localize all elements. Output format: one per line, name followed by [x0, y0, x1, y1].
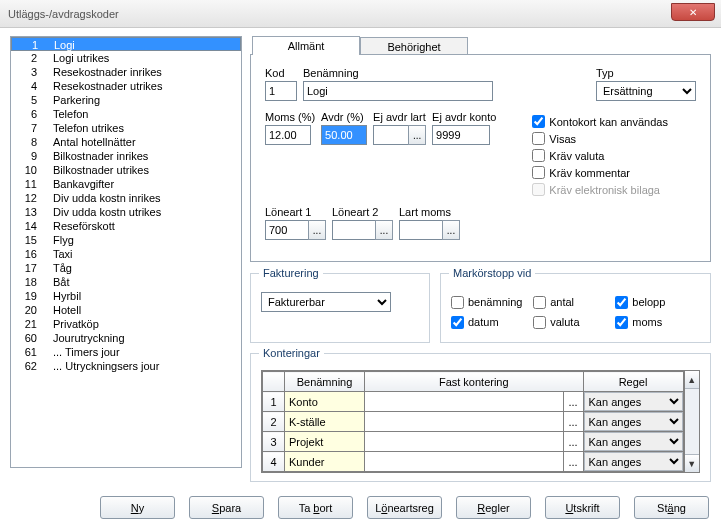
list-item-label: Jourutryckning — [53, 331, 125, 345]
row-reg[interactable]: Kan anges — [583, 392, 683, 412]
list-item-num: 11 — [15, 177, 53, 191]
ny-button[interactable]: Ny — [100, 496, 175, 519]
fakturering-select[interactable]: Fakturerbar — [261, 292, 391, 312]
utskrift-button[interactable]: Utskrift — [545, 496, 620, 519]
list-item[interactable]: 8Antal hotellnätter — [11, 135, 241, 149]
table-scrollbar[interactable]: ▲ ▼ — [684, 371, 699, 472]
list-item[interactable]: 6Telefon — [11, 107, 241, 121]
check-visas[interactable]: Visas — [532, 130, 668, 147]
konteringar-group: Konteringar Benämning Fast kontering Reg… — [250, 353, 711, 482]
list-item[interactable]: 11Bankavgifter — [11, 177, 241, 191]
col-ben: Benämning — [285, 372, 365, 392]
check-kontokort[interactable]: Kontokort kan användas — [532, 113, 668, 130]
row-reg[interactable]: Kan anges — [583, 432, 683, 452]
spara-button[interactable]: Spara — [189, 496, 264, 519]
table-row[interactable]: 1Konto...Kan anges — [263, 392, 684, 412]
list-item[interactable]: 5Parkering — [11, 93, 241, 107]
list-item-label: Resekostnader utrikes — [53, 79, 162, 93]
markor-benamning[interactable]: benämning — [451, 292, 533, 312]
list-item[interactable]: 60Jourutryckning — [11, 331, 241, 345]
row-fast-lookup[interactable]: ... — [563, 432, 583, 452]
row-reg[interactable]: Kan anges — [583, 452, 683, 472]
list-item[interactable]: 3Resekostnader inrikes — [11, 65, 241, 79]
list-item-num: 18 — [15, 275, 53, 289]
row-fast-lookup[interactable]: ... — [563, 412, 583, 432]
list-item[interactable]: 61... Timers jour — [11, 345, 241, 359]
lm-input[interactable] — [399, 220, 443, 240]
list-item-label: Båt — [53, 275, 70, 289]
list-item[interactable]: 9Bilkostnader inrikes — [11, 149, 241, 163]
row-num: 3 — [263, 432, 285, 452]
konteringar-table: Benämning Fast kontering Regel 1Konto...… — [261, 370, 700, 473]
list-item-label: Bankavgifter — [53, 177, 114, 191]
table-row[interactable]: 4Kunder...Kan anges — [263, 452, 684, 472]
tabort-button[interactable]: Ta bort — [278, 496, 353, 519]
list-item[interactable]: 17Tåg — [11, 261, 241, 275]
row-fast[interactable] — [365, 392, 564, 412]
list-item[interactable]: 14Reseförskott — [11, 219, 241, 233]
typ-select[interactable]: Ersättning — [596, 81, 696, 101]
list-item-label: Telefon utrikes — [53, 121, 124, 135]
ejavk-input[interactable] — [432, 125, 490, 145]
list-item[interactable]: 16Taxi — [11, 247, 241, 261]
l2-input[interactable] — [332, 220, 376, 240]
table-row[interactable]: 2K-ställe...Kan anges — [263, 412, 684, 432]
loneartsreg-button[interactable]: Löneartsreg — [367, 496, 442, 519]
titlebar: Utläggs-/avdragskoder ✕ — [0, 0, 721, 28]
row-num: 2 — [263, 412, 285, 432]
lm-label: Lart moms — [399, 206, 460, 218]
stang-button[interactable]: Stäng — [634, 496, 709, 519]
list-item[interactable]: 15Flyg — [11, 233, 241, 247]
ejavl-lookup-button[interactable]: ... — [408, 125, 426, 145]
list-item-num: 19 — [15, 289, 53, 303]
list-item[interactable]: 20Hotell — [11, 303, 241, 317]
regler-button[interactable]: Regler — [456, 496, 531, 519]
l1-input[interactable] — [265, 220, 309, 240]
list-item[interactable]: 10Bilkostnader utrikes — [11, 163, 241, 177]
markor-belopp[interactable]: belopp — [615, 292, 697, 312]
row-reg[interactable]: Kan anges — [583, 412, 683, 432]
list-item[interactable]: 1Logi — [11, 37, 241, 51]
ben-input[interactable] — [303, 81, 493, 101]
list-item-label: Div udda kostn utrikes — [53, 205, 161, 219]
markor-valuta[interactable]: valuta — [533, 312, 615, 332]
list-item[interactable]: 21Privatköp — [11, 317, 241, 331]
close-button[interactable]: ✕ — [671, 3, 715, 21]
ejavl-label: Ej avdr lart — [373, 111, 426, 123]
l2-lookup-button[interactable]: ... — [375, 220, 393, 240]
list-item[interactable]: 62... Utryckningsers jour — [11, 359, 241, 373]
tab-general[interactable]: Allmänt — [252, 36, 360, 55]
check-kravkomm[interactable]: Kräv kommentar — [532, 164, 668, 181]
list-item[interactable]: 18Båt — [11, 275, 241, 289]
scroll-down-icon[interactable]: ▼ — [685, 454, 699, 472]
row-fast[interactable] — [365, 452, 564, 472]
list-item[interactable]: 7Telefon utrikes — [11, 121, 241, 135]
markor-antal[interactable]: antal — [533, 292, 615, 312]
kod-input[interactable] — [265, 81, 297, 101]
markor-datum[interactable]: datum — [451, 312, 533, 332]
list-item[interactable]: 2Logi utrikes — [11, 51, 241, 65]
code-list[interactable]: 1Logi2Logi utrikes3Resekostnader inrikes… — [10, 36, 242, 468]
row-fast-lookup[interactable]: ... — [563, 452, 583, 472]
list-item[interactable]: 13Div udda kostn utrikes — [11, 205, 241, 219]
scroll-up-icon[interactable]: ▲ — [685, 371, 699, 389]
moms-input[interactable] — [265, 125, 311, 145]
avdr-input[interactable] — [321, 125, 367, 145]
list-item[interactable]: 4Resekostnader utrikes — [11, 79, 241, 93]
markor-moms[interactable]: moms — [615, 312, 697, 332]
list-item[interactable]: 19Hyrbil — [11, 289, 241, 303]
check-kravvaluta[interactable]: Kräv valuta — [532, 147, 668, 164]
list-item-num: 9 — [15, 149, 53, 163]
lm-lookup-button[interactable]: ... — [442, 220, 460, 240]
col-fast: Fast kontering — [365, 372, 584, 392]
list-item-num: 10 — [15, 163, 53, 177]
row-fast-lookup[interactable]: ... — [563, 392, 583, 412]
l1-lookup-button[interactable]: ... — [308, 220, 326, 240]
row-ben: Konto — [285, 392, 365, 412]
ejavl-input[interactable] — [373, 125, 409, 145]
row-fast[interactable] — [365, 432, 564, 452]
list-item-num: 1 — [16, 38, 54, 50]
row-fast[interactable] — [365, 412, 564, 432]
list-item[interactable]: 12Div udda kostn inrikes — [11, 191, 241, 205]
table-row[interactable]: 3Projekt...Kan anges — [263, 432, 684, 452]
